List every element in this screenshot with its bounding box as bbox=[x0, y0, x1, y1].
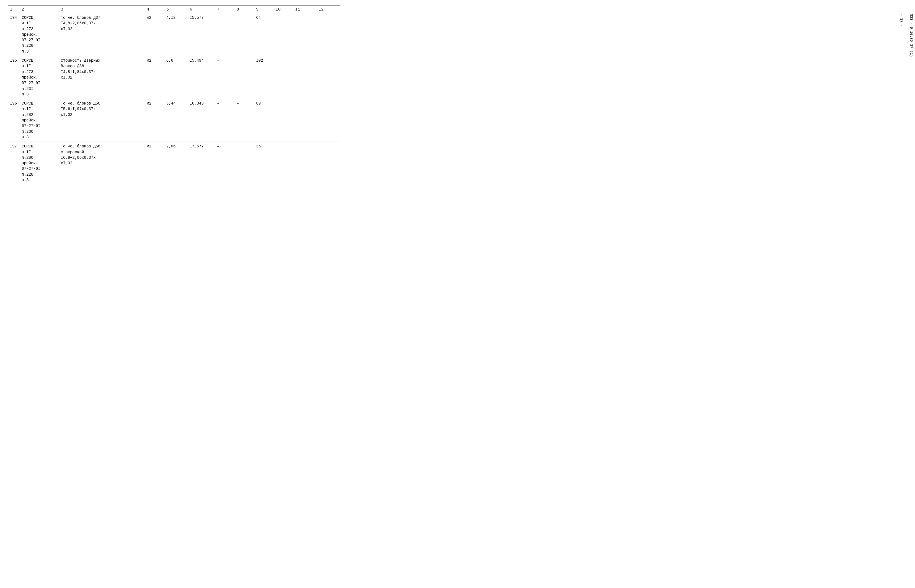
table-row: I97ССРСЦ ч.II п.280 прейск. 07-27-0I п.2… bbox=[8, 142, 340, 185]
cell-2-3: м2 bbox=[145, 99, 165, 142]
table-body: I94ССРСЦ ч.II п.273 прейск. 07-27-0I п.2… bbox=[8, 13, 340, 185]
cell-2-11 bbox=[317, 99, 340, 142]
cell-2-0: I96 bbox=[8, 99, 20, 142]
table-row: I96ССРСЦ ч.II п.282 прейск. 07-27-0I п.2… bbox=[8, 99, 340, 142]
cell-3-3: м2 bbox=[145, 142, 165, 185]
header-col-2: 2 bbox=[20, 6, 59, 13]
cell-1-0: I95 bbox=[8, 56, 20, 99]
header-col-5: 5 bbox=[165, 6, 188, 13]
cell-2-10 bbox=[294, 99, 317, 142]
side-text-label-2: - 37 - bbox=[899, 14, 904, 27]
cell-3-9 bbox=[274, 142, 294, 185]
cell-2-1: ССРСЦ ч.II п.282 прейск. 07-27-0I п.230 … bbox=[20, 99, 59, 142]
cell-3-1: ССРСЦ ч.II п.280 прейск. 07-27-0I п.228 … bbox=[20, 142, 59, 185]
cell-1-7 bbox=[235, 56, 254, 99]
cell-1-11 bbox=[317, 56, 340, 99]
cell-1-6: – bbox=[215, 56, 235, 99]
cell-2-6: – bbox=[215, 99, 235, 142]
cell-3-10 bbox=[294, 142, 317, 185]
cell-3-6: – bbox=[215, 142, 235, 185]
cell-2-7: – bbox=[235, 99, 254, 142]
cell-0-4: 4,I2 bbox=[165, 13, 188, 56]
cell-0-10 bbox=[294, 13, 317, 56]
cell-1-4: 6,6 bbox=[165, 56, 188, 99]
cell-0-1: ССРСЦ ч.II п.273 прейск. 07-27-0I п.228 … bbox=[20, 13, 59, 56]
header-col-4: 4 bbox=[145, 6, 165, 13]
header-col-6: 6 bbox=[188, 6, 215, 13]
cell-0-8: 64 bbox=[254, 13, 274, 56]
cell-0-7: – bbox=[235, 13, 254, 56]
cell-2-4: 5,44 bbox=[165, 99, 188, 142]
cell-1-5: I5,494 bbox=[188, 56, 215, 99]
header-col-7: 7 bbox=[215, 6, 235, 13]
cell-2-9 bbox=[274, 99, 294, 142]
main-table: I 2 3 4 5 6 7 8 9 IO I1 I2 I94ССРСЦ ч.II… bbox=[8, 5, 340, 184]
cell-0-5: I5,577 bbox=[188, 13, 215, 56]
side-text-label-1: ПЗЗ - 9-10.85 37 (1) bbox=[909, 14, 913, 57]
header-col-1: I bbox=[8, 6, 20, 13]
cell-0-11 bbox=[317, 13, 340, 56]
cell-3-2: То же, блоков Д56 с окраской I6,8+2,06х0… bbox=[59, 142, 145, 185]
header-col-8: 8 bbox=[235, 6, 254, 13]
cell-0-9 bbox=[274, 13, 294, 56]
cell-3-5: I7,577 bbox=[188, 142, 215, 185]
cell-1-9 bbox=[274, 56, 294, 99]
cell-1-3: м2 bbox=[145, 56, 165, 99]
cell-1-1: ССРСЦ ч.II п.273 прейск. 07-27-0I п.23I … bbox=[20, 56, 59, 99]
side-text-right: ПЗЗ - 9-10.85 37 (1) - 37 - bbox=[899, 14, 913, 57]
cell-1-2: Стоимость дверных блоков Д38 I4,8+I,84х0… bbox=[59, 56, 145, 99]
page-container: I 2 3 4 5 6 7 8 9 IO I1 I2 I94ССРСЦ ч.II… bbox=[8, 5, 340, 184]
cell-3-8: 36 bbox=[254, 142, 274, 185]
cell-0-3: м2 bbox=[145, 13, 165, 56]
cell-3-0: I97 bbox=[8, 142, 20, 185]
cell-0-0: I94 bbox=[8, 13, 20, 56]
header-col-12: I2 bbox=[317, 6, 340, 13]
header-col-9: 9 bbox=[254, 6, 274, 13]
table-header-row: I 2 3 4 5 6 7 8 9 IO I1 I2 bbox=[8, 6, 340, 13]
cell-1-8: I02 bbox=[254, 56, 274, 99]
table-row: I95ССРСЦ ч.II п.273 прейск. 07-27-0I п.2… bbox=[8, 56, 340, 99]
cell-0-2: То же, блоков Д37 I4,8+2,06х0,37х хI,02 bbox=[59, 13, 145, 56]
cell-0-6: – bbox=[215, 13, 235, 56]
cell-2-8: 89 bbox=[254, 99, 274, 142]
cell-3-4: 2,06 bbox=[165, 142, 188, 185]
cell-2-2: То же, блоков Д50 I5,6+I,97х0,37х хI,02 bbox=[59, 99, 145, 142]
cell-2-5: I6,343 bbox=[188, 99, 215, 142]
cell-1-10 bbox=[294, 56, 317, 99]
table-row: I94ССРСЦ ч.II п.273 прейск. 07-27-0I п.2… bbox=[8, 13, 340, 56]
header-col-11: I1 bbox=[294, 6, 317, 13]
header-col-10: IO bbox=[274, 6, 294, 13]
cell-3-11 bbox=[317, 142, 340, 185]
header-col-3: 3 bbox=[59, 6, 145, 13]
cell-3-7 bbox=[235, 142, 254, 185]
